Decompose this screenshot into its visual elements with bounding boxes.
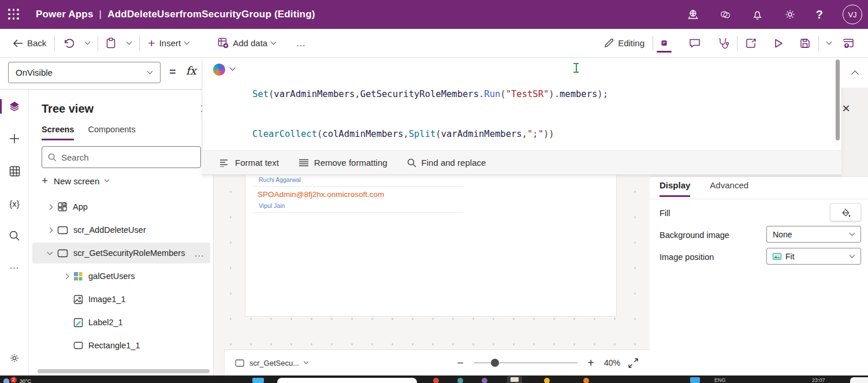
taskbar-app-icon-active[interactable] <box>507 376 522 383</box>
image-position-select[interactable]: Fit <box>766 248 861 265</box>
paste-button[interactable] <box>100 33 121 54</box>
commandbar-overflow-button[interactable]: ... <box>290 33 311 54</box>
formula-copilot-dropdown-icon[interactable] <box>230 65 236 71</box>
formula-line-2: ClearCollect(colAdminMembers,Split(varAd… <box>252 128 608 141</box>
back-button[interactable]: Back <box>7 33 52 54</box>
zoom-slider[interactable] <box>474 362 578 363</box>
tab-components[interactable]: Components <box>88 125 135 140</box>
chevron-right-icon[interactable] <box>47 204 53 210</box>
user-avatar[interactable]: VJ <box>843 5 862 24</box>
taskbar-app-icon[interactable] <box>433 378 439 383</box>
tree-search-box[interactable] <box>42 146 201 168</box>
editing-mode-button[interactable]: Editing <box>598 33 650 54</box>
divider <box>139 36 140 51</box>
settings-gear-icon[interactable] <box>784 8 796 21</box>
taskbar-language[interactable]: ENG <box>714 377 726 383</box>
undo-button[interactable] <box>57 33 80 54</box>
property-selector[interactable]: OnVisible <box>8 62 161 83</box>
tree-item-image1-1[interactable]: Image1_1 <box>32 289 210 310</box>
new-screen-button[interactable]: + New screen <box>42 174 109 187</box>
format-text-button[interactable]: Format text <box>219 158 279 168</box>
tree-item-label2-1[interactable]: Label2_1 <box>32 312 210 333</box>
paste-dropdown[interactable] <box>121 33 137 54</box>
search-rail-icon[interactable] <box>0 226 29 246</box>
taskbar-search-pill[interactable] <box>277 378 417 383</box>
find-and-replace-button[interactable]: Find and replace <box>407 158 486 168</box>
environment-icon[interactable] <box>687 8 699 21</box>
fill-color-button[interactable] <box>830 203 861 221</box>
formula-copilot-icon[interactable] <box>213 64 225 76</box>
fit-to-window-icon[interactable] <box>628 358 638 368</box>
screen-selector[interactable]: scr_GetSecu... <box>235 356 308 370</box>
preview-app-button[interactable] <box>768 33 789 54</box>
comments-button[interactable] <box>683 33 706 54</box>
insert-rail-icon[interactable] <box>0 129 29 148</box>
code-token: ClearCollect <box>252 129 317 139</box>
help-icon[interactable]: ? <box>816 8 823 21</box>
share-icon <box>746 38 757 49</box>
notifications-bell-icon[interactable] <box>751 8 764 21</box>
tab-screens[interactable]: Screens <box>42 125 74 140</box>
waffle-menu-icon[interactable] <box>8 9 20 20</box>
tree-item-scr-adddeleteuser[interactable]: scr_AddDeleteUser <box>32 220 210 240</box>
taskbar-app-icon[interactable] <box>252 378 264 383</box>
code-token: Split <box>409 129 436 139</box>
insert-label: Insert <box>159 38 181 48</box>
taskbar-app-icon[interactable] <box>544 378 550 383</box>
chevron-right-icon[interactable] <box>64 273 69 279</box>
chevron-down-icon[interactable] <box>47 249 53 255</box>
copilot-icon[interactable] <box>719 8 732 21</box>
taskbar-show-desktop[interactable] <box>850 377 868 383</box>
close-panel-icon[interactable]: ✕ <box>840 103 852 114</box>
zoom-out-button[interactable]: − <box>455 356 465 370</box>
taskbar-language-icon[interactable] <box>690 377 700 383</box>
publish-button[interactable] <box>837 33 860 54</box>
zoom-slider-thumb[interactable] <box>491 359 499 367</box>
tree-item-label: galGetUsers <box>88 272 135 281</box>
taskbar-app-icon[interactable] <box>457 378 463 383</box>
remove-formatting-button[interactable]: Remove formatting <box>299 158 388 168</box>
tree-search-input[interactable] <box>61 153 177 162</box>
copilot-pane-toggle[interactable] <box>655 33 673 54</box>
save-dropdown[interactable] <box>821 33 837 54</box>
app-checker-button[interactable] <box>712 33 735 54</box>
add-data-button[interactable]: Add data <box>212 33 281 54</box>
formula-line-1: Set(varAdminMembers,GetSecurityRoleMembe… <box>252 88 608 101</box>
insert-button[interactable]: + Insert <box>142 33 195 54</box>
tab-advanced[interactable]: Advanced <box>710 180 748 197</box>
tree-horizontal-scrollbar[interactable] <box>38 369 210 373</box>
share-button[interactable] <box>740 33 763 54</box>
code-token: "TestSR" <box>506 89 549 99</box>
taskbar-app-icon[interactable] <box>482 378 487 383</box>
comment-icon <box>689 38 701 49</box>
tree-item-label: Rectangle1_1 <box>88 341 140 350</box>
tab-display[interactable]: Display <box>660 180 690 197</box>
tree-item-galgetusers[interactable]: galGetUsers <box>32 266 210 287</box>
code-token: , <box>403 129 408 139</box>
undo-dropdown[interactable] <box>80 33 95 54</box>
chevron-right-icon[interactable] <box>47 227 53 233</box>
tree-view-rail-icon[interactable] <box>0 96 29 116</box>
save-button[interactable] <box>794 33 816 54</box>
tree-item-rectangle1-1[interactable]: Rectangle1_1 <box>32 335 210 356</box>
tree-item-scr-getsecurityrolemembers[interactable]: scr_GetSecurityRoleMembers ... <box>32 243 210 263</box>
taskbar-app-icon[interactable] <box>583 378 589 383</box>
tree-item-more-button[interactable]: ... <box>195 248 204 258</box>
formula-editor[interactable]: Set(varAdminMembers,GetSecurityRoleMembe… <box>202 58 841 150</box>
taskbar-weather-widget[interactable]: 2 30°C <box>3 377 31 383</box>
data-rail-icon[interactable] <box>0 161 29 181</box>
tree-item-app[interactable]: App <box>32 196 210 217</box>
rail-settings-button[interactable] <box>0 348 29 368</box>
taskbar-clock[interactable]: 23:07 <box>812 377 825 383</box>
editing-label: Editing <box>618 38 645 48</box>
rail-more-button[interactable]: ... <box>0 256 29 276</box>
formula-collapse-button[interactable] <box>841 58 868 88</box>
background-image-select[interactable]: None <box>766 226 861 243</box>
remove-formatting-icon <box>299 159 309 167</box>
plus-icon <box>9 133 20 144</box>
formula-scrollbar-thumb[interactable] <box>836 60 840 140</box>
zoom-in-button[interactable]: + <box>586 356 596 370</box>
gallery-email[interactable]: SPOAdmin@8fj2hx.onmicrosoft.com <box>258 190 384 199</box>
add-data-icon <box>218 38 229 49</box>
variables-rail-icon[interactable]: {x} <box>0 194 29 213</box>
